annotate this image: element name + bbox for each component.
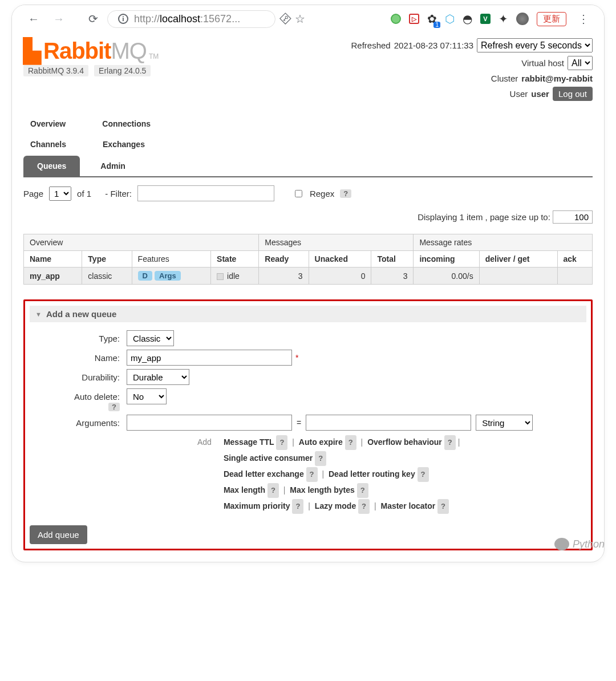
add-queue-section: ▼ Add a new queue Type: Classic Name: * … <box>23 299 593 550</box>
extension-icon[interactable]: ▷ <box>409 14 419 24</box>
page-select[interactable]: 1 <box>49 187 71 201</box>
back-icon[interactable]: ← <box>23 10 44 28</box>
add-queue-button[interactable]: Add queue <box>30 525 87 544</box>
section-header[interactable]: ▼ Add a new queue <box>30 306 586 322</box>
extension-icon[interactable]: ◓ <box>463 12 472 26</box>
cell-name[interactable]: my_app <box>30 271 60 281</box>
refresh-select[interactable]: Refresh every 5 seconds <box>477 38 593 52</box>
help-icon[interactable]: ? <box>276 435 287 450</box>
col-incoming[interactable]: incoming <box>414 251 479 267</box>
vhost-label: Virtual host <box>521 58 564 68</box>
arg-shortcut[interactable]: Dead letter routing key <box>329 469 415 479</box>
extension-icon[interactable]: V <box>480 14 491 24</box>
erlang-version: Erlang 24.0.5 <box>94 65 151 76</box>
arg-shortcut[interactable]: Overflow behaviour <box>367 437 442 447</box>
filter-label: - Filter: <box>105 189 132 198</box>
page-size-input[interactable] <box>553 210 593 224</box>
arg-shortcut[interactable]: Max length <box>224 485 265 494</box>
state-icon <box>217 273 224 280</box>
feature-badge: D <box>138 271 152 281</box>
feature-badge: Args <box>155 271 181 281</box>
col-ack[interactable]: ack <box>557 251 593 267</box>
autodelete-select[interactable]: No <box>127 388 167 404</box>
update-button[interactable]: 更新 <box>537 12 566 26</box>
col-unacked[interactable]: Unacked <box>309 251 371 267</box>
main-tabs: Overview Connections Channels Exchanges … <box>23 115 593 177</box>
arg-value-input[interactable] <box>306 415 471 431</box>
menu-icon[interactable]: ⋮ <box>574 12 593 26</box>
star-icon[interactable]: ☆ <box>295 12 305 26</box>
name-label: Name: <box>30 350 127 363</box>
col-state[interactable]: State <box>211 251 259 267</box>
col-total[interactable]: Total <box>371 251 414 267</box>
col-group-overview: Overview <box>24 234 259 251</box>
vhost-select[interactable]: All <box>568 56 593 70</box>
key-icon[interactable]: ⚿ <box>277 11 293 27</box>
puzzle-icon[interactable]: ✦ <box>499 12 508 26</box>
filter-input[interactable] <box>137 185 274 201</box>
regex-checkbox[interactable] <box>295 190 302 197</box>
arg-shortcut[interactable]: Max length bytes <box>290 485 355 494</box>
arg-shortcuts: AddMessage TTL ? | Auto expire ? | Overf… <box>197 434 462 514</box>
help-icon[interactable]: ? <box>340 189 351 198</box>
arg-shortcut[interactable]: Maximum priority <box>224 501 290 510</box>
reload-icon[interactable]: ⟳ <box>84 10 103 28</box>
arguments-label: Arguments: <box>30 415 127 428</box>
extension-icon[interactable] <box>391 14 401 24</box>
tab-admin[interactable]: Admin <box>80 156 141 176</box>
arg-shortcut[interactable]: Auto expire <box>299 437 343 447</box>
displaying-text: Displaying 1 item , page size up to: <box>418 212 550 222</box>
site-info-icon[interactable]: i <box>118 14 128 24</box>
required-marker: * <box>295 353 298 362</box>
col-ready[interactable]: Ready <box>259 251 309 267</box>
help-icon[interactable]: ? <box>315 451 326 466</box>
tab-channels[interactable]: Channels <box>23 135 82 153</box>
regex-label: Regex <box>310 189 334 198</box>
tab-exchanges[interactable]: Exchanges <box>96 135 161 153</box>
table-row[interactable]: my_app classic DArgs idle 3 0 3 0.00/s <box>24 267 593 285</box>
cell-total: 3 <box>371 267 414 285</box>
col-group-messages: Messages <box>259 234 414 251</box>
autodelete-label: Auto delete:? <box>30 388 127 411</box>
arg-shortcut[interactable]: Message TTL <box>224 437 274 447</box>
name-input[interactable] <box>127 350 292 366</box>
avatar-icon[interactable] <box>516 13 529 25</box>
col-type[interactable]: Type <box>82 251 132 267</box>
collapse-icon[interactable]: ▼ <box>35 311 42 318</box>
help-icon[interactable]: ? <box>437 499 449 514</box>
cell-state: idle <box>227 271 240 281</box>
help-icon[interactable]: ? <box>358 499 370 514</box>
tab-connections[interactable]: Connections <box>95 115 167 133</box>
col-deliver[interactable]: deliver / get <box>479 251 557 267</box>
extension-icon[interactable]: ✿1 <box>427 12 437 26</box>
help-icon[interactable]: ? <box>345 435 356 450</box>
help-icon[interactable]: ? <box>108 403 120 411</box>
rabbit-version: RabbitMQ 3.9.4 <box>23 65 88 76</box>
arg-shortcut[interactable]: Master locator <box>380 501 435 510</box>
arg-shortcut[interactable]: Single active consumer <box>224 453 313 463</box>
help-icon[interactable]: ? <box>268 483 279 498</box>
col-name[interactable]: Name <box>24 251 82 267</box>
of-label: of 1 <box>77 189 91 198</box>
help-icon[interactable]: ? <box>357 483 368 498</box>
tab-overview[interactable]: Overview <box>23 115 82 133</box>
durability-label: Durability: <box>30 369 127 382</box>
cell-ack <box>557 267 593 285</box>
col-features[interactable]: Features <box>132 251 211 267</box>
help-icon[interactable]: ? <box>418 467 429 482</box>
arg-shortcut[interactable]: Lazy mode <box>315 501 356 510</box>
arg-type-select[interactable]: String <box>476 415 533 431</box>
page-label: Page <box>23 189 43 198</box>
logout-button[interactable]: Log out <box>553 87 593 101</box>
arg-shortcut[interactable]: Dead letter exchange <box>224 469 304 479</box>
durability-select[interactable]: Durable <box>127 369 189 385</box>
type-select[interactable]: Classic <box>127 330 174 346</box>
help-icon[interactable]: ? <box>292 499 303 514</box>
address-bar[interactable]: i http://localhost:15672... <box>107 10 275 28</box>
arg-key-input[interactable] <box>127 415 292 431</box>
wechat-icon <box>554 538 569 550</box>
help-icon[interactable]: ? <box>444 435 456 450</box>
extension-icon[interactable]: ⬡ <box>445 12 455 26</box>
help-icon[interactable]: ? <box>306 467 318 482</box>
tab-queues[interactable]: Queues <box>23 156 80 176</box>
